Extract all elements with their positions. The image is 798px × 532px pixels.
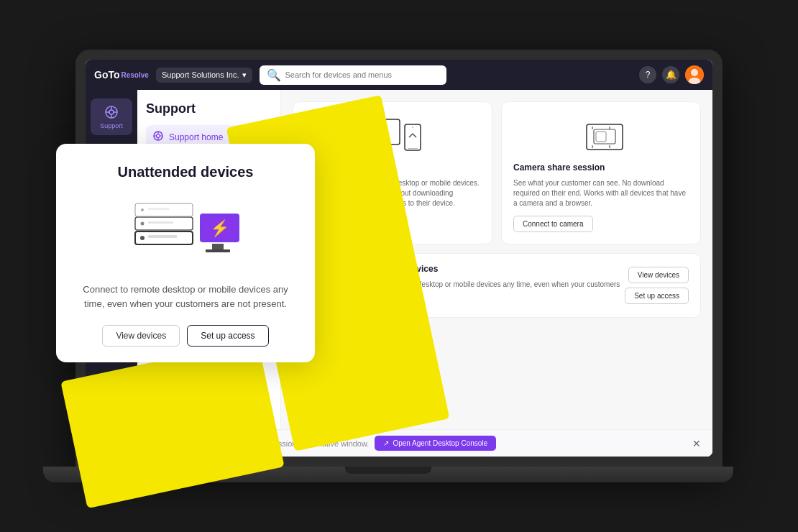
- svg-text:⚡: ⚡: [210, 219, 230, 238]
- svg-rect-42: [148, 235, 177, 238]
- connect-to-camera-button[interactable]: Connect to camera: [513, 216, 593, 232]
- camera-share-illustration: [513, 114, 689, 157]
- chevron-down-icon: ▾: [242, 70, 247, 80]
- svg-point-1: [691, 69, 698, 76]
- camera-share-card: Camera share session See what your custo…: [501, 101, 701, 244]
- svg-rect-52: [212, 244, 224, 249]
- external-link-icon: ↗: [383, 439, 389, 447]
- search-bar[interactable]: 🔍: [260, 65, 446, 85]
- svg-point-44: [141, 222, 145, 226]
- unattended-right: View devices Set up access: [625, 267, 689, 304]
- support-icon: [104, 104, 119, 120]
- svg-rect-45: [148, 221, 173, 224]
- company-name: Support Solutions Inc.: [162, 70, 239, 79]
- open-agent-console-button[interactable]: ↗ Open Agent Desktop Console: [375, 436, 496, 451]
- setup-access-button-card[interactable]: Set up access: [625, 288, 689, 304]
- logo-area: GoTo Resolve: [94, 69, 149, 81]
- view-devices-popup-button[interactable]: View devices: [102, 325, 180, 347]
- popup-card: Unattended devices ⚡ Connect to remote d…: [56, 144, 315, 362]
- bottom-bar-close-button[interactable]: ✕: [692, 438, 701, 449]
- popup-desc: Connect to remote desktop or mobile devi…: [76, 283, 295, 311]
- svg-point-4: [109, 110, 114, 114]
- bell-icon[interactable]: 🔔: [662, 66, 679, 83]
- section-title: Support: [146, 101, 272, 116]
- view-devices-button-card[interactable]: View devices: [628, 267, 689, 283]
- popup-illustration: ⚡: [76, 192, 295, 271]
- company-selector[interactable]: Support Solutions Inc. ▾: [156, 68, 252, 83]
- svg-rect-48: [148, 208, 170, 210]
- svg-rect-33: [596, 132, 606, 142]
- laptop-notch: [345, 467, 431, 474]
- sidebar-item-support[interactable]: Support: [91, 98, 132, 135]
- camera-share-title: Camera share session: [513, 162, 689, 173]
- popup-actions: View devices Set up access: [76, 325, 295, 347]
- camera-share-desc: See what your customer can see. No downl…: [513, 178, 689, 208]
- svg-point-25: [412, 127, 413, 128]
- popup-title: Unattended devices: [76, 164, 295, 180]
- svg-point-16: [157, 134, 160, 138]
- topbar: GoTo Resolve Support Solutions Inc. ▾ 🔍 …: [86, 60, 712, 90]
- svg-rect-53: [206, 249, 230, 252]
- svg-point-47: [141, 208, 144, 211]
- avatar[interactable]: [685, 65, 704, 84]
- search-icon: 🔍: [267, 68, 281, 82]
- home-icon: [153, 131, 163, 143]
- help-icon[interactable]: ?: [639, 66, 656, 83]
- logo-goto: GoTo: [94, 69, 120, 81]
- nav-support-home-label: Support home: [169, 132, 223, 142]
- svg-point-41: [140, 236, 145, 240]
- search-input[interactable]: [285, 70, 439, 79]
- sidebar-support-label: Support: [100, 122, 123, 129]
- svg-rect-26: [408, 148, 418, 149]
- topbar-actions: ? 🔔: [639, 65, 704, 84]
- logo-resolve: Resolve: [121, 71, 149, 79]
- setup-access-popup-button[interactable]: Set up access: [187, 325, 268, 347]
- svg-rect-24: [405, 124, 421, 150]
